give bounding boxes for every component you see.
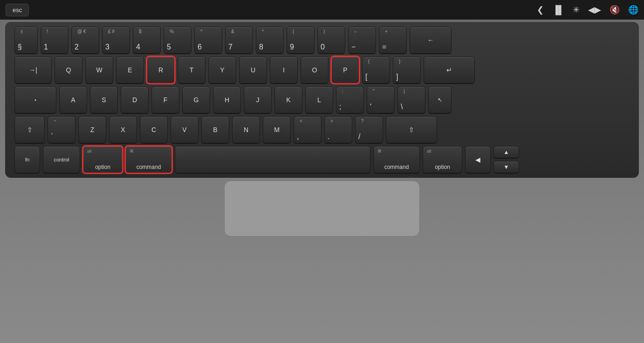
key-z[interactable]: Z — [78, 116, 106, 143]
key-a[interactable]: A — [59, 86, 87, 113]
key-capslock[interactable]: • — [14, 86, 56, 113]
key-1[interactable]: ! 1 — [41, 27, 69, 54]
key-option-right[interactable]: alt option — [423, 146, 462, 173]
volume-icon[interactable]: ◀▶ — [588, 5, 601, 15]
key-4[interactable]: $ 4 — [133, 27, 161, 54]
key-minus[interactable]: – − — [348, 27, 376, 54]
key-command-left[interactable]: ⌘ command — [125, 146, 172, 173]
audio-wave-icon[interactable]: ▐▌ — [552, 5, 564, 15]
esc-key[interactable]: esc — [6, 4, 29, 16]
key-g[interactable]: G — [182, 86, 210, 113]
key-2[interactable]: @ € 2 — [71, 27, 99, 54]
key-delete[interactable]: ← — [410, 27, 452, 54]
touch-bar: esc ❮ ▐▌ ✳ ◀▶ 🔇 🌐 — [0, 0, 644, 20]
trackpad[interactable] — [224, 181, 420, 237]
chevron-left-icon: ❮ — [537, 5, 544, 15]
key-l[interactable]: L — [305, 86, 333, 113]
key-q[interactable]: Q — [55, 56, 82, 84]
key-e[interactable]: E — [116, 56, 144, 84]
key-h[interactable]: H — [213, 86, 241, 113]
key-i[interactable]: I — [270, 56, 298, 84]
key-c[interactable]: C — [140, 116, 168, 143]
key-bracket-left[interactable]: { [ — [362, 56, 390, 84]
key-bracket-right[interactable]: } ] — [393, 56, 421, 84]
key-m[interactable]: M — [263, 116, 291, 143]
key-f[interactable]: F — [151, 86, 179, 113]
touch-bar-icons: ❮ ▐▌ ✳ ◀▶ 🔇 🌐 — [537, 5, 638, 15]
key-r[interactable]: R — [147, 56, 175, 84]
key-s[interactable]: S — [90, 86, 118, 113]
key-shift-right[interactable]: ⇧ — [386, 116, 437, 143]
asdf-row: • A S D F G H J K — [14, 86, 630, 113]
qwerty-row: →| Q W E R T Y U I — [14, 56, 630, 84]
key-5[interactable]: % 5 — [164, 27, 192, 54]
key-7[interactable]: & 7 — [225, 27, 253, 54]
key-backtick[interactable]: ~ ` — [48, 116, 75, 143]
key-comma[interactable]: < , — [294, 116, 322, 143]
number-row: ± § ! 1 @ € 2 £ # 3 $ 4 % 5 — [14, 27, 630, 54]
key-p[interactable]: P — [331, 56, 359, 84]
key-o[interactable]: O — [301, 56, 329, 84]
key-semicolon[interactable]: : ; — [336, 86, 364, 113]
key-control[interactable]: control — [43, 146, 80, 173]
key-0[interactable]: ) 0 — [317, 27, 345, 54]
key-y[interactable]: Y — [208, 56, 236, 84]
key-d[interactable]: D — [121, 86, 149, 113]
key-period[interactable]: > . — [324, 116, 352, 143]
key-8[interactable]: * 8 — [256, 27, 284, 54]
zxcv-row: ⇧ ~ ` Z X C V B N — [14, 116, 630, 143]
key-j[interactable]: J — [244, 86, 272, 113]
key-equals[interactable]: + = — [379, 27, 407, 54]
arrow-up-down-group: ▲ ▼ — [493, 146, 519, 173]
key-option-left[interactable]: alt option — [83, 146, 123, 173]
key-shift-left[interactable]: ⇧ — [14, 116, 45, 143]
keyboard: ± § ! 1 @ € 2 £ # 3 $ 4 % 5 — [5, 22, 639, 178]
key-x[interactable]: X — [109, 116, 137, 143]
key-9[interactable]: ( 9 — [287, 27, 315, 54]
key-home[interactable]: ↖ — [428, 86, 452, 113]
key-section[interactable]: ± § — [14, 27, 38, 54]
key-fn[interactable]: fn — [14, 146, 40, 173]
key-3[interactable]: £ # 3 — [102, 27, 130, 54]
key-n[interactable]: N — [232, 116, 260, 143]
key-quote[interactable]: " ' — [367, 86, 395, 113]
key-u[interactable]: U — [239, 56, 267, 84]
key-tab[interactable]: →| — [14, 56, 52, 84]
key-t[interactable]: T — [178, 56, 206, 84]
key-w[interactable]: W — [85, 56, 113, 84]
bottom-row: fn control alt option ⌘ command ⌘ comman… — [14, 146, 630, 173]
key-arrow-left[interactable]: ◀ — [465, 146, 491, 173]
key-slash[interactable]: ? / — [355, 116, 383, 143]
siri-icon[interactable]: 🌐 — [628, 5, 638, 15]
brightness-icon[interactable]: ✳ — [573, 5, 580, 15]
key-v[interactable]: V — [171, 116, 199, 143]
key-b[interactable]: B — [201, 116, 229, 143]
key-return[interactable]: ↵ — [424, 56, 475, 84]
key-spacebar[interactable] — [175, 146, 370, 173]
key-arrow-up[interactable]: ▲ — [493, 146, 519, 158]
key-arrow-down[interactable]: ▼ — [493, 161, 519, 173]
mute-icon[interactable]: 🔇 — [610, 5, 620, 15]
key-command-right[interactable]: ⌘ command — [373, 146, 420, 173]
key-k[interactable]: K — [274, 86, 302, 113]
key-backslash[interactable]: | \ — [397, 86, 425, 113]
key-6[interactable]: ^ 6 — [194, 27, 222, 54]
keyboard-container: esc ❮ ▐▌ ✳ ◀▶ 🔇 🌐 ± § ! 1 @ € 2 — [0, 0, 644, 343]
